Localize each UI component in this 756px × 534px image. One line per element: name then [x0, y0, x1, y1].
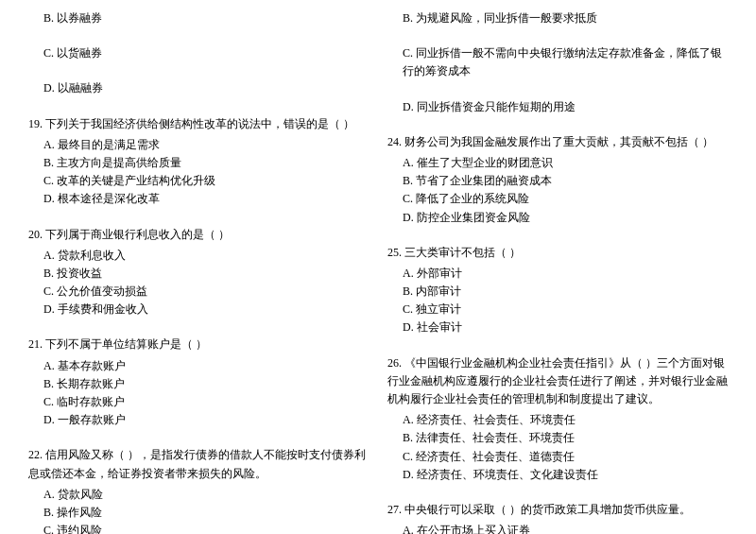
q24-opt-c: C. 降低了企业的系统风险: [387, 190, 728, 208]
question-26: 26. 《中国银行业金融机构企业社会责任指引》从（ ）三个方面对银行业金融机构应…: [387, 354, 728, 484]
q26-opt-a: A. 经济责任、社会责任、环境责任: [387, 411, 728, 429]
question-20: 20. 下列属于商业银行利息收入的是（ ） A. 贷款利息收入 B. 投资收益 …: [28, 226, 369, 319]
q20-opt-a: A. 贷款利息收入: [28, 247, 369, 265]
q26-opt-c: C. 经济责任、社会责任、道德责任: [387, 448, 728, 466]
q21-opt-a: A. 基本存款账户: [28, 357, 369, 375]
left-column: B. 以券融券 C. 以货融券 D. 以融融券 19. 下列关于我国经济供给侧结…: [28, 9, 369, 534]
q22-title: 22. 信用风险又称（ ），是指发行债券的借款人不能按时支付债券利息或偿还本金，…: [28, 446, 369, 482]
q27-opt-a: A. 在公开市场上买入证券: [387, 522, 728, 534]
q19-opt-c: C. 改革的关键是产业结构优化升级: [28, 172, 369, 190]
q22-opt-c: C. 违约风险: [28, 522, 369, 534]
q20-opt-c: C. 公允价值变动损益: [28, 283, 369, 301]
q-r-b: B. 为规避风险，同业拆借一般要求抵质: [387, 9, 728, 27]
option-r-b: B. 为规避风险，同业拆借一般要求抵质: [387, 9, 728, 27]
right-column: B. 为规避风险，同业拆借一般要求抵质 C. 同业拆借一般不需向中央银行缴纳法定…: [387, 9, 728, 534]
q25-opt-a: A. 外部审计: [387, 265, 728, 283]
q22-opt-b: B. 操作风险: [28, 504, 369, 522]
q24-opt-b: B. 节省了企业集团的融资成本: [387, 172, 728, 190]
question-27: 27. 中央银行可以采取（ ）的货币政策工具增加货币供应量。 A. 在公开市场上…: [387, 501, 728, 534]
q-r-d: D. 同业拆借资金只能作短期的用途: [387, 98, 728, 116]
q21-opt-c: C. 临时存款账户: [28, 393, 369, 411]
question-21: 21. 下列不属于单位结算账户是（ ） A. 基本存款账户 B. 长期存款账户 …: [28, 336, 369, 429]
q24-title: 24. 财务公司为我国金融发展作出了重大贡献，其贡献不包括（ ）: [387, 133, 728, 151]
q25-opt-c: C. 独立审计: [387, 301, 728, 319]
q-c-securities: C. 以货融券: [28, 44, 369, 62]
q19-opt-d: D. 根本途径是深化改革: [28, 190, 369, 208]
q-b-securities: B. 以券融券: [28, 9, 369, 27]
question-19: 19. 下列关于我国经济供给侧结构性改革的说法中，错误的是（ ） A. 最终目的…: [28, 115, 369, 209]
option-r-d: D. 同业拆借资金只能作短期的用途: [387, 98, 728, 116]
q-d-securities: D. 以融融券: [28, 79, 369, 97]
q21-opt-d: D. 一般存款账户: [28, 411, 369, 429]
q19-opt-b: B. 主攻方向是提高供给质量: [28, 154, 369, 172]
question-22: 22. 信用风险又称（ ），是指发行债券的借款人不能按时支付债券利息或偿还本金，…: [28, 446, 369, 534]
option-r-c: C. 同业拆借一般不需向中央银行缴纳法定存款准备金，降低了银行的筹资成本: [387, 44, 728, 80]
q19-opt-a: A. 最终目的是满足需求: [28, 136, 369, 154]
q20-title: 20. 下列属于商业银行利息收入的是（ ）: [28, 226, 369, 244]
option-d-securities: D. 以融融券: [28, 79, 369, 97]
q21-opt-b: B. 长期存款账户: [28, 375, 369, 393]
option-c-securities: C. 以货融券: [28, 44, 369, 62]
q26-title: 26. 《中国银行业金融机构企业社会责任指引》从（ ）三个方面对银行业金融机构应…: [387, 354, 728, 409]
q25-title: 25. 三大类审计不包括（ ）: [387, 244, 728, 262]
q21-title: 21. 下列不属于单位结算账户是（ ）: [28, 336, 369, 353]
q19-title: 19. 下列关于我国经济供给侧结构性改革的说法中，错误的是（ ）: [28, 115, 369, 133]
q27-title: 27. 中央银行可以采取（ ）的货币政策工具增加货币供应量。: [387, 501, 728, 519]
question-25: 25. 三大类审计不包括（ ） A. 外部审计 B. 内部审计 C. 独立审计 …: [387, 244, 728, 337]
q20-opt-b: B. 投资收益: [28, 265, 369, 283]
option-b-securities: B. 以券融券: [28, 9, 369, 27]
question-24: 24. 财务公司为我国金融发展作出了重大贡献，其贡献不包括（ ） A. 催生了大…: [387, 133, 728, 227]
q22-opt-a: A. 贷款风险: [28, 486, 369, 504]
q26-opt-b: B. 法律责任、社会责任、环境责任: [387, 429, 728, 447]
page-container: B. 以券融券 C. 以货融券 D. 以融融券 19. 下列关于我国经济供给侧结…: [28, 9, 728, 534]
q25-opt-b: B. 内部审计: [387, 283, 728, 301]
q24-opt-a: A. 催生了大型企业的财团意识: [387, 154, 728, 172]
q20-opt-d: D. 手续费和佣金收入: [28, 301, 369, 319]
columns: B. 以券融券 C. 以货融券 D. 以融融券 19. 下列关于我国经济供给侧结…: [28, 9, 728, 534]
q-r-c: C. 同业拆借一般不需向中央银行缴纳法定存款准备金，降低了银行的筹资成本: [387, 44, 728, 80]
q24-opt-d: D. 防控企业集团资金风险: [387, 209, 728, 227]
q26-opt-d: D. 经济责任、环境责任、文化建设责任: [387, 466, 728, 484]
q25-opt-d: D. 社会审计: [387, 319, 728, 336]
